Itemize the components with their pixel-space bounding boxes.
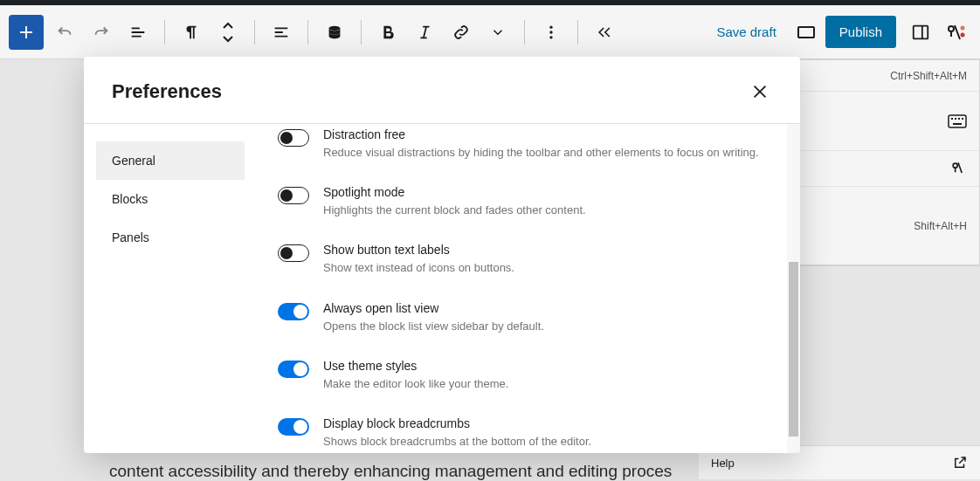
option-description: Shows block breadcrumbs at the bottom of… — [323, 434, 774, 450]
option-description: Opens the block list view sidebar by def… — [323, 319, 774, 334]
toggle-switch[interactable] — [278, 303, 309, 320]
scrollbar-thumb[interactable] — [789, 262, 798, 436]
nav-blocks[interactable]: Blocks — [96, 180, 245, 218]
toggle-switch[interactable] — [278, 129, 309, 147]
option-label: Always open list view — [323, 301, 774, 315]
preferences-modal: Preferences General Blocks Panels Distra… — [84, 57, 800, 453]
option-description: Show text instead of icons on buttons. — [323, 260, 774, 276]
preference-option: Spotlight modeHighlights the current blo… — [278, 173, 774, 230]
modal-header: Preferences — [84, 57, 800, 124]
scrollbar[interactable] — [787, 124, 800, 453]
option-label: Distraction free — [323, 127, 774, 141]
preference-option: Show button text labelsShow text instead… — [278, 230, 774, 288]
toggle-switch[interactable] — [278, 418, 309, 436]
preferences-nav: General Blocks Panels — [84, 124, 252, 453]
close-button[interactable] — [748, 79, 772, 104]
option-description: Reduce visual distractions by hiding the… — [323, 145, 774, 161]
preference-option: Always open list viewOpens the block lis… — [278, 289, 774, 347]
option-label: Show button text labels — [323, 243, 774, 257]
option-description: Highlights the current block and fades o… — [323, 203, 774, 218]
option-description: Make the editor look like your theme. — [323, 376, 774, 392]
preference-option: Distraction freeReduce visual distractio… — [278, 124, 774, 173]
option-label: Use theme styles — [323, 359, 774, 373]
preference-option: Use theme stylesMake the editor look lik… — [278, 347, 774, 404]
toggle-switch[interactable] — [278, 361, 309, 378]
option-label: Spotlight mode — [323, 185, 774, 199]
preference-option: Display block breadcrumbsShows block bre… — [278, 404, 774, 453]
toggle-switch[interactable] — [278, 187, 309, 204]
nav-panels[interactable]: Panels — [96, 218, 245, 257]
nav-general[interactable]: General — [96, 141, 245, 180]
option-label: Display block breadcrumbs — [323, 416, 774, 430]
toggle-switch[interactable] — [278, 244, 309, 262]
modal-title: Preferences — [112, 80, 222, 103]
preferences-content: Distraction freeReduce visual distractio… — [252, 124, 800, 453]
